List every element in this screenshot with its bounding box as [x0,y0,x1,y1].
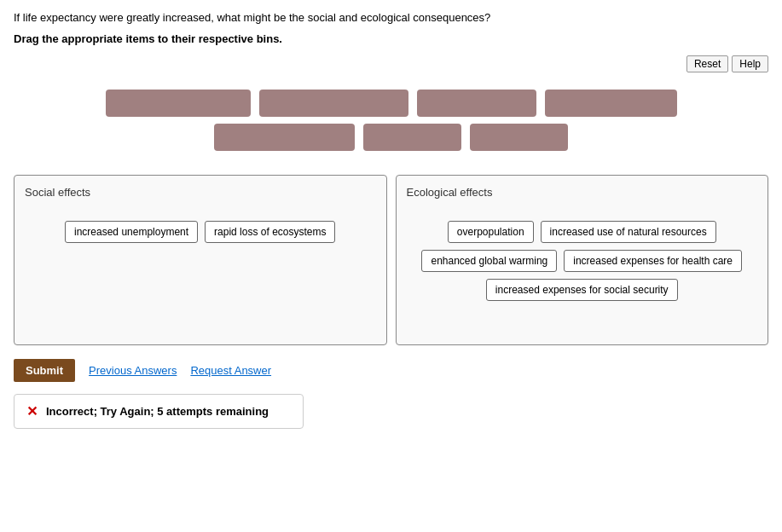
question-text: If life expectancy were greatly increase… [14,10,768,26]
feedback-text: Incorrect; Try Again; 5 attempts remaini… [46,405,269,418]
previous-answers-button[interactable]: Previous Answers [89,364,177,377]
tag-increased-social-security[interactable]: increased expenses for social security [486,279,678,301]
bottom-bar: Submit Previous Answers Request Answer [14,359,768,382]
feedback-box: ✕ Incorrect; Try Again; 5 attempts remai… [14,394,304,429]
drag-placeholder[interactable] [417,90,536,117]
bins-container: Social effects increased unemployment ra… [14,175,768,345]
drag-row-2 [214,124,568,151]
drag-items-area [14,81,768,159]
tag-increased-health-care[interactable]: increased expenses for health care [564,250,742,272]
top-bar: Reset Help [14,55,768,72]
request-answer-button[interactable]: Request Answer [190,364,271,377]
tag-increased-natural-resources[interactable]: increased use of natural resources [541,221,716,243]
drag-placeholder[interactable] [470,124,568,151]
submit-button[interactable]: Submit [14,359,75,382]
social-bin-items: increased unemployment rapid loss of eco… [25,212,376,252]
tag-increased-unemployment[interactable]: increased unemployment [65,221,198,243]
drag-placeholder[interactable] [259,90,408,117]
social-bin-title: Social effects [25,186,376,199]
tag-enhanced-global-warming[interactable]: enhanced global warming [421,250,557,272]
drag-row-1 [106,90,677,117]
drag-placeholder[interactable] [214,124,355,151]
ecological-bin-items: overpopulation increased use of natural … [407,212,758,309]
reset-button[interactable]: Reset [686,55,728,72]
social-bin[interactable]: Social effects increased unemployment ra… [14,175,387,345]
ecological-bin-title: Ecological effects [407,186,758,199]
tag-rapid-loss-ecosystems[interactable]: rapid loss of ecosystems [205,221,335,243]
instruction-text: Drag the appropriate items to their resp… [14,32,768,45]
drag-placeholder[interactable] [106,90,251,117]
drag-placeholder[interactable] [545,90,677,117]
incorrect-icon: ✕ [26,403,38,419]
ecological-bin[interactable]: Ecological effects overpopulation increa… [396,175,769,345]
help-button[interactable]: Help [732,55,768,72]
drag-placeholder[interactable] [363,124,461,151]
tag-overpopulation[interactable]: overpopulation [448,221,534,243]
